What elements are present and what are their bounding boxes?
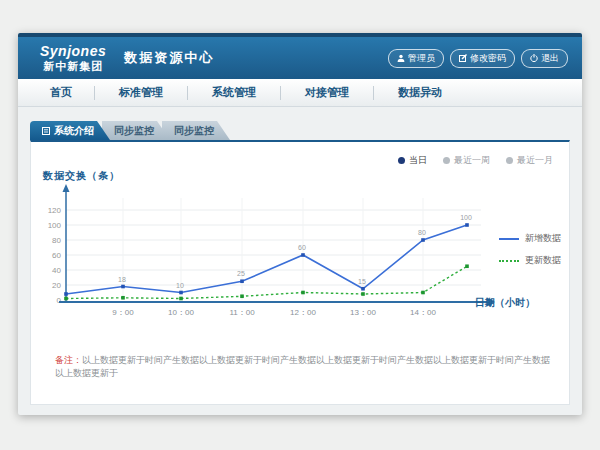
nav-item-system-mgmt[interactable]: 系统管理	[188, 85, 280, 100]
footnote: 备注：以上数据更新于时间产生数据以上数据更新于时间产生数据以上数据更新于时间产生…	[55, 354, 553, 379]
filter-label: 最近一月	[517, 154, 553, 167]
filter-label: 当日	[409, 154, 427, 167]
svg-text:18: 18	[118, 276, 126, 283]
filter-last-week-radio[interactable]: 最近一周	[443, 154, 490, 167]
svg-text:10：00: 10：00	[168, 308, 194, 317]
filter-label: 最近一周	[454, 154, 490, 167]
app-header: Synjones 新中新集团 数据资源中心 管理员 修改密码 退出	[18, 37, 582, 79]
svg-text:60: 60	[298, 244, 306, 251]
svg-text:60: 60	[52, 251, 61, 260]
tab-bar: 系统介绍 同步监控 同步监控	[30, 121, 230, 140]
x-axis-title: 日期（小时）	[475, 296, 535, 310]
legend-item: 新增数据	[499, 232, 561, 245]
change-password-label: 修改密码	[470, 52, 506, 65]
logo-brand-text: Synjones	[40, 44, 106, 59]
legend-label: 新增数据	[525, 232, 561, 245]
svg-text:9：00: 9：00	[112, 308, 134, 317]
tab-system-intro[interactable]: 系统介绍	[30, 121, 110, 140]
tab-label: 同步监控	[174, 124, 214, 138]
logo-company-text: 新中新集团	[43, 60, 103, 72]
nav-item-interface-mgmt[interactable]: 对接管理	[281, 85, 373, 100]
header-actions: 管理员 修改密码 退出	[388, 49, 568, 68]
svg-text:13：00: 13：00	[350, 308, 376, 317]
svg-text:15: 15	[358, 278, 366, 285]
document-icon	[42, 127, 50, 135]
footnote-text: 以上数据更新于时间产生数据以上数据更新于时间产生数据以上数据更新于时间产生数据以…	[55, 355, 550, 378]
tab-label: 系统介绍	[54, 124, 94, 138]
line-chart-svg: 0204060801001209：0010：0011：0012：0013：001…	[41, 180, 511, 322]
page-title: 数据资源中心	[124, 49, 214, 67]
nav-item-standard-mgmt[interactable]: 标准管理	[95, 85, 187, 100]
footnote-label: 备注：	[55, 355, 82, 365]
chart-panel: 当日 最近一周 最近一月 数据交换（条） 0204060801001209：00…	[30, 140, 570, 405]
filter-last-month-radio[interactable]: 最近一月	[506, 154, 553, 167]
filter-today-radio[interactable]: 当日	[398, 154, 427, 167]
svg-text:11：00: 11：00	[229, 308, 255, 317]
power-icon	[530, 54, 538, 62]
svg-text:12：00: 12：00	[290, 308, 316, 317]
time-range-filter-group: 当日 最近一周 最近一月	[398, 154, 553, 167]
solid-line-swatch-icon	[499, 238, 519, 240]
svg-text:80: 80	[418, 229, 426, 236]
change-password-button[interactable]: 修改密码	[450, 49, 515, 68]
logout-label: 退出	[541, 52, 559, 65]
main-nav: 首页 标准管理 系统管理 对接管理 数据异动	[18, 79, 582, 107]
line-chart: 0204060801001209：0010：0011：0012：0013：001…	[41, 180, 511, 322]
tab-label: 同步监控	[114, 124, 154, 138]
svg-text:100: 100	[460, 214, 472, 221]
company-logo: Synjones 新中新集团	[40, 44, 106, 71]
svg-text:80: 80	[52, 236, 61, 245]
svg-text:20: 20	[52, 281, 61, 290]
admin-user-label: 管理员	[408, 52, 435, 65]
svg-text:14：00: 14：00	[410, 308, 436, 317]
chart-legend: 新增数据更新数据	[499, 232, 561, 267]
logout-button[interactable]: 退出	[521, 49, 568, 68]
radio-selected-icon	[398, 157, 405, 164]
svg-text:25: 25	[237, 270, 245, 277]
tab-sync-monitor-2[interactable]: 同步监控	[162, 121, 230, 140]
user-icon	[397, 54, 405, 62]
svg-text:10: 10	[176, 282, 184, 289]
nav-item-data-change[interactable]: 数据异动	[374, 85, 466, 100]
svg-text:100: 100	[48, 221, 62, 230]
admin-user-button[interactable]: 管理员	[388, 49, 444, 68]
app-window: Synjones 新中新集团 数据资源中心 管理员 修改密码 退出	[18, 33, 582, 415]
svg-text:40: 40	[52, 266, 61, 275]
svg-text:0: 0	[57, 296, 62, 305]
radio-unselected-icon	[443, 157, 450, 164]
legend-label: 更新数据	[525, 254, 561, 267]
edit-icon	[459, 54, 467, 62]
legend-item: 更新数据	[499, 254, 561, 267]
dashed-line-swatch-icon	[499, 260, 519, 262]
svg-text:120: 120	[48, 206, 62, 215]
radio-unselected-icon	[506, 157, 513, 164]
tab-sync-monitor-1[interactable]: 同步监控	[102, 121, 170, 140]
nav-item-home[interactable]: 首页	[28, 85, 94, 100]
